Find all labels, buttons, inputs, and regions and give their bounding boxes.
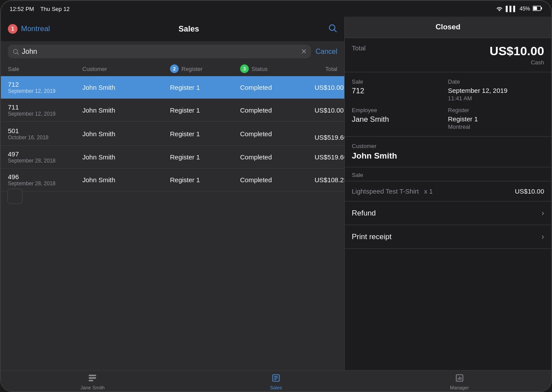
tab-employee[interactable]: Jane Smith <box>1 374 184 390</box>
page-title: Sales <box>179 25 199 34</box>
sale-total: US$108.25 <box>315 176 344 184</box>
svg-rect-8 <box>89 377 96 378</box>
register-label: Register <box>448 107 545 113</box>
sale-info: 497 September 28, 2018 <box>8 150 82 164</box>
col-register-label: Register <box>181 66 202 72</box>
item-name: Lightspeed Test T-Shirt <box>352 187 419 195</box>
table-header: Sale Customer 2 Register 3 Status Total <box>1 62 344 76</box>
sale-customer: John Smith <box>82 176 170 184</box>
sale-number: 711 <box>8 103 82 111</box>
right-panel: Closed Total US$10.00 Cash <box>345 17 551 370</box>
detail-status: Closed <box>352 23 544 32</box>
sale-info: 496 September 28, 2018 <box>8 173 82 187</box>
search-icon <box>12 48 19 55</box>
sale-customer: John Smith <box>82 84 170 91</box>
print-chevron-icon: › <box>541 232 544 241</box>
item-price: US$10.00 <box>515 187 544 195</box>
home-button[interactable] <box>7 188 23 204</box>
refund-label: Refund <box>352 209 376 218</box>
employee-label: Employee <box>352 107 448 113</box>
tab-manager[interactable]: Manager <box>368 374 551 390</box>
sale-status: Completed <box>240 130 315 138</box>
signal-icon: ▌▌▌ <box>506 6 517 12</box>
customer-name: John Smith <box>352 151 544 161</box>
table-body: 712 September 12, 2019 John Smith Regist… <box>1 76 344 370</box>
sale-number: 501 <box>8 127 82 134</box>
search-icon-button[interactable] <box>328 23 337 35</box>
sale-date: September 28, 2018 <box>8 158 82 164</box>
tab-sales[interactable]: Sales <box>184 374 368 390</box>
table-row[interactable]: 712 September 12, 2019 John Smith Regist… <box>1 76 344 99</box>
wifi-icon <box>496 6 503 12</box>
sale-info: 711 September 12, 2019 <box>8 103 82 117</box>
tab-bar: Jane Smith Sales <box>1 370 551 392</box>
svg-line-6 <box>17 53 19 55</box>
sale-status: Completed <box>240 176 315 184</box>
register-badge: 2 <box>170 64 179 73</box>
battery-icon <box>533 6 542 12</box>
svg-rect-7 <box>89 374 96 376</box>
sale-info: 501 October 16, 2018 <box>8 127 82 141</box>
payment-method: Cash <box>489 59 544 66</box>
sale-number: 497 <box>8 150 82 158</box>
sale-total: US$519.60 <box>315 153 344 161</box>
search-input-wrapper: ✕ <box>8 45 311 58</box>
total-amount: US$10.00 <box>489 44 544 58</box>
sale-register: Register 1 <box>170 84 240 91</box>
svg-point-3 <box>329 25 335 30</box>
sale-status: Completed <box>240 84 315 91</box>
status-badge: 3 <box>240 64 249 73</box>
detail-meta-section: Sale 712 Date September 12, 2019 11:41 A… <box>345 72 551 137</box>
sale-date: October 16, 2018 <box>8 134 82 141</box>
col-header-customer: Customer <box>82 66 170 72</box>
print-receipt-button[interactable]: Print receipt › <box>345 225 551 249</box>
device-frame: 12:52 PM Thu Sep 12 ▌▌▌ 45% <box>0 0 552 392</box>
sale-total: US$10.00 <box>315 84 344 91</box>
battery-level: 45% <box>520 6 530 12</box>
item-qty: x 1 <box>424 187 433 195</box>
sale-date: September 12, 2019 <box>8 88 82 94</box>
sale-register: Register 1 <box>170 106 240 114</box>
table-row[interactable]: 711 September 12, 2019 John Smith Regist… <box>1 99 344 122</box>
detail-customer-section: Customer John Smith <box>345 137 551 167</box>
sale-status: Completed <box>240 106 315 114</box>
time: 12:52 PM <box>10 6 34 12</box>
sale-status: Completed <box>240 153 315 161</box>
time-value: 11:41 AM <box>448 95 545 102</box>
date-value: September 12, 2019 <box>448 87 545 94</box>
sale-customer: John Smith <box>82 130 170 138</box>
cancel-button[interactable]: Cancel <box>315 48 337 56</box>
employee-name: Jane Smith <box>352 115 448 124</box>
sale-date: September 28, 2018 <box>8 180 82 187</box>
table-row[interactable]: 496 September 28, 2018 John Smith Regist… <box>1 169 344 191</box>
col-status-label: Status <box>251 66 268 72</box>
sale-total: -US$519.60 <box>315 126 344 141</box>
sales-icon <box>272 374 280 384</box>
sale-number: 712 <box>8 81 82 88</box>
sale-total: US$10.00 <box>315 106 344 114</box>
refund-button[interactable]: Refund › <box>345 201 551 225</box>
total-label: Total <box>352 44 366 52</box>
sale-info: 712 September 12, 2019 <box>8 81 82 94</box>
sale-register: Register 1 <box>170 153 240 161</box>
search-input[interactable] <box>22 48 298 56</box>
sale-customer: John Smith <box>82 153 170 161</box>
location-button[interactable]: 1 Montreal <box>8 24 50 34</box>
sale-id-value: 712 <box>352 87 448 95</box>
sale-date: September 12, 2019 <box>8 111 82 117</box>
sale-section-label: Sale <box>352 172 544 178</box>
col-header-register: 2 Register <box>170 64 240 73</box>
search-clear-button[interactable]: ✕ <box>301 47 307 56</box>
sale-id-label: Sale <box>352 78 448 85</box>
customer-label: Customer <box>352 143 544 149</box>
table-row[interactable]: 501 October 16, 2018 John Smith Register… <box>1 122 344 146</box>
table-row[interactable]: 497 September 28, 2018 John Smith Regist… <box>1 146 344 169</box>
sale-number: 496 <box>8 173 82 180</box>
col-header-status: 3 Status <box>240 64 315 73</box>
status-bar: 12:52 PM Thu Sep 12 ▌▌▌ 45% <box>1 1 551 17</box>
col-header-sale: Sale <box>8 66 82 72</box>
location-badge: 1 <box>8 24 18 34</box>
sale-item: Lightspeed Test T-Shirt x 1 US$10.00 <box>345 181 551 201</box>
sale-items-header: Sale <box>345 167 551 181</box>
employee-tab-label: Jane Smith <box>81 385 105 390</box>
